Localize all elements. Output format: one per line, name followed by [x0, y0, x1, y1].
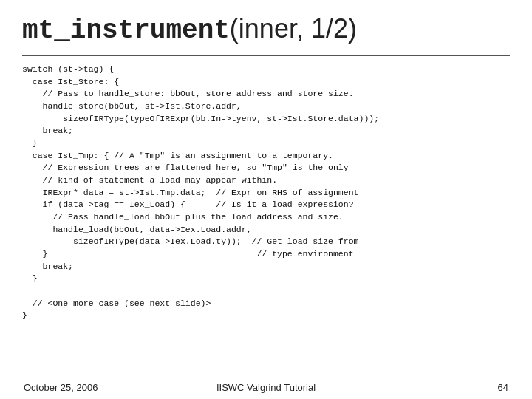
- footer: October 25, 2006 IISWC Valgrind Tutorial…: [0, 378, 532, 399]
- title-regular: (inner, 1/2): [230, 13, 357, 44]
- code-area: switch (st->tag) { case Ist_Store: { // …: [0, 64, 532, 373]
- footer-title: IISWC Valgrind Tutorial: [185, 382, 347, 393]
- footer-date: October 25, 2006: [24, 382, 185, 393]
- title-divider: [22, 55, 510, 56]
- slide-title: mt_instrument(inner, 1/2): [22, 13, 510, 46]
- code-block: switch (st->tag) { case Ist_Store: { // …: [22, 64, 510, 322]
- footer-page: 64: [347, 382, 508, 393]
- title-mono: mt_instrument: [22, 16, 230, 46]
- slide: mt_instrument(inner, 1/2) switch (st->ta…: [0, 0, 532, 399]
- title-area: mt_instrument(inner, 1/2): [0, 0, 532, 50]
